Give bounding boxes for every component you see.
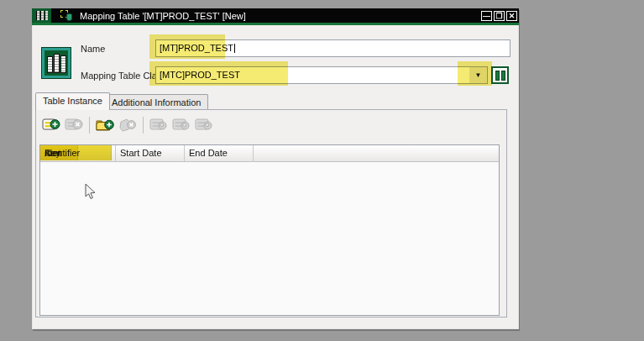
name-input[interactable]: [MT]PROD_TEST <box>155 39 510 57</box>
discard-button <box>118 116 138 134</box>
toolbar-separator <box>143 117 144 134</box>
instance-table: Identifier Key Curr Start Date End Date … <box>39 144 500 316</box>
column-header-start-date[interactable]: Start Date <box>116 145 185 161</box>
app-logo-icon <box>32 8 51 23</box>
desktop: { "window": { "title": "Mapping Table '[… <box>0 0 644 341</box>
minimize-icon[interactable]: — <box>481 11 492 21</box>
view-find-button-1 <box>149 116 169 134</box>
restore-icon[interactable]: ❐ <box>494 11 505 21</box>
titlebar-accent <box>32 23 519 25</box>
open-add-button[interactable] <box>95 116 115 134</box>
column-header-end-date[interactable]: End Date <box>185 145 254 161</box>
new-object-icon <box>60 10 72 21</box>
view-find-button-2 <box>171 116 191 134</box>
toolbar-separator <box>89 117 90 134</box>
mapping-table-window: Mapping Table '[MT]PROD_TEST' [New] — ❐ … <box>32 8 519 329</box>
class-lookup-button[interactable] <box>491 66 509 84</box>
column-header-filler <box>254 145 499 161</box>
mapping-table-icon <box>42 48 71 78</box>
tab-additional-information[interactable]: Additional Information <box>104 94 208 110</box>
table-body[interactable] <box>40 162 499 315</box>
mapping-table-class-label: Mapping Table Class <box>81 71 166 81</box>
table-instance-panel: Identifier Key Curr Start Date End Date … <box>35 109 507 317</box>
tab-table-instance[interactable]: Table Instance <box>35 92 110 110</box>
column-header-identifier[interactable]: Identifier <box>40 145 116 161</box>
view-find-button-3 <box>194 116 214 134</box>
titlebar[interactable]: Mapping Table '[MT]PROD_TEST' [New] — ❐ … <box>32 8 519 23</box>
instance-toolbar <box>41 114 214 136</box>
name-label: Name <box>81 44 105 54</box>
window-title: Mapping Table '[MT]PROD_TEST' [New] <box>80 11 246 21</box>
table-header-row: Identifier Key Curr Start Date End Date … <box>40 145 499 162</box>
delete-row-button <box>64 116 84 134</box>
mapping-table-class-input[interactable]: [MTC]PROD_TEST <box>155 66 470 84</box>
chevron-down-icon[interactable]: ▼ <box>469 66 488 84</box>
close-icon[interactable]: ✕ <box>506 11 517 21</box>
add-row-button[interactable] <box>41 116 61 134</box>
